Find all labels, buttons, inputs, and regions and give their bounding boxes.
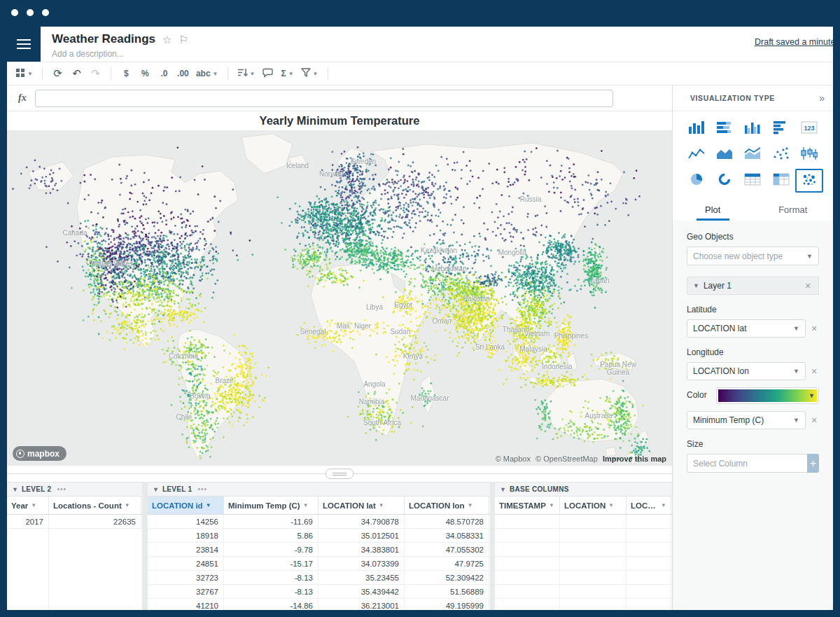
table-cell[interactable]: -8.13 (224, 571, 318, 584)
panel-resize-handle[interactable] (326, 469, 354, 479)
table-cell[interactable]: 36.213001 (318, 599, 405, 610)
column-header[interactable]: LOCATION lon▼ (405, 497, 489, 514)
table-cell[interactable]: 48.570728 (405, 515, 489, 528)
table-cell[interactable] (626, 599, 671, 610)
filter-button[interactable]: ▼ (298, 65, 321, 82)
increase-decimal-button[interactable]: .00 (174, 65, 192, 82)
table-cell[interactable]: -9.78 (224, 543, 318, 556)
column-header[interactable]: Locations - Count▼ (49, 497, 141, 514)
table-cell[interactable] (626, 529, 671, 542)
table-cell[interactable] (560, 543, 626, 556)
table-cell[interactable] (626, 571, 671, 584)
table-cell[interactable]: 34.383801 (318, 543, 405, 556)
table-cell[interactable] (626, 557, 671, 570)
table-cell[interactable]: -14.86 (224, 599, 318, 610)
table-cell[interactable]: -11.69 (224, 515, 318, 528)
refresh-button[interactable]: ⟳ (49, 65, 66, 82)
color-scale-select[interactable]: ▼ (716, 387, 819, 404)
table-menu-icon[interactable]: ••• (57, 485, 66, 493)
table-cell[interactable]: -8.13 (224, 585, 318, 598)
description-placeholder[interactable]: Add a description... (52, 49, 124, 59)
table-cell[interactable]: 32767 (148, 585, 224, 598)
table-cell[interactable] (560, 515, 626, 528)
column-header[interactable]: Year▼ (7, 497, 49, 514)
table-cell[interactable] (495, 529, 560, 542)
aggregate-button[interactable]: Σ▼ (278, 65, 296, 82)
table-cell[interactable]: 41210 (148, 599, 224, 610)
viz-type-scatter-plot[interactable] (767, 143, 795, 167)
table-cell[interactable]: 22635 (49, 515, 141, 528)
comment-button[interactable] (259, 65, 276, 82)
chevron-down-icon[interactable]: ▼ (693, 282, 699, 289)
table-cell[interactable] (626, 585, 671, 598)
table-cell[interactable]: 49.195999 (405, 599, 489, 610)
viz-type-box-plot[interactable] (795, 143, 823, 167)
table-cell[interactable]: 18918 (148, 529, 224, 542)
table-cell[interactable]: 47.055302 (405, 543, 489, 556)
window-control-dot[interactable] (11, 9, 18, 16)
viz-type-combo-chart[interactable] (738, 143, 766, 167)
table-cell[interactable] (626, 543, 671, 556)
table-cell[interactable]: 23814 (148, 543, 224, 556)
add-size-column-button[interactable]: + (807, 454, 819, 473)
layer-1-header[interactable]: ▼ Layer 1 ✕ (687, 277, 819, 295)
column-header[interactable]: LOCATION id▼ (148, 497, 224, 514)
table-cell[interactable]: 35.012501 (318, 529, 405, 542)
page-title[interactable]: Weather Readings (52, 32, 155, 46)
table-cell[interactable] (560, 557, 626, 570)
collapse-table-icon[interactable]: ▼ (500, 486, 506, 493)
table-cell[interactable] (560, 599, 626, 610)
mapbox-attribution-link[interactable]: © Mapbox (496, 455, 531, 463)
table-cell[interactable]: 32723 (148, 571, 224, 584)
table-cell[interactable]: 51.56889 (405, 585, 489, 598)
viz-type-pie-chart[interactable] (682, 169, 710, 193)
longitude-field[interactable]: LOCATION lon ▼ (687, 362, 806, 380)
draft-status-link[interactable]: Draft saved a minute ago (755, 37, 833, 47)
table-cell[interactable] (495, 599, 560, 610)
remove-layer-button[interactable]: ✕ (803, 282, 813, 291)
column-header[interactable]: LOCATION lat▼ (318, 497, 405, 514)
format-currency-button[interactable]: $ (118, 65, 135, 82)
table-cell[interactable]: 34.058331 (405, 529, 489, 542)
table-cell[interactable]: 35.439442 (318, 585, 405, 598)
flag-icon[interactable]: ⚐ (178, 34, 188, 45)
table-cell[interactable] (626, 515, 671, 528)
clear-latitude-button[interactable]: ✕ (809, 324, 819, 333)
viz-type-area-chart[interactable] (710, 143, 738, 167)
table-cell[interactable]: 34.790878 (318, 515, 405, 528)
table-menu-icon[interactable]: ••• (197, 485, 207, 493)
viz-type-stacked-bar-chart[interactable] (710, 117, 738, 141)
tab-plot[interactable]: Plot (673, 198, 753, 221)
latitude-field[interactable]: LOCATION lat ▼ (687, 319, 806, 338)
table-cell[interactable]: 24851 (148, 557, 224, 570)
collapse-panel-icon[interactable]: » (819, 92, 825, 104)
column-header[interactable]: Minimum Temp (C)▼ (224, 497, 318, 514)
column-header[interactable]: LOCATION▼ (626, 497, 671, 514)
geo-object-type-select[interactable]: Choose new object type ▼ (687, 247, 819, 265)
table-cell[interactable]: 34.073399 (318, 557, 405, 570)
viz-type-map[interactable] (795, 169, 823, 193)
size-column-input[interactable] (687, 454, 807, 473)
collapse-table-icon[interactable]: ▼ (12, 486, 18, 493)
viz-type-horizontal-bar-chart[interactable] (767, 117, 795, 141)
table-cell[interactable] (560, 529, 626, 542)
table-cell[interactable]: 35.23455 (318, 571, 405, 584)
sort-button[interactable]: ▼ (234, 65, 258, 82)
map-visualization[interactable]: IcelandNorwaySwedenRussiaCanadaUnited St… (7, 130, 672, 466)
table-cell[interactable]: 5.86 (224, 529, 318, 542)
viz-type-line-chart[interactable] (682, 143, 710, 167)
table-cell[interactable] (560, 585, 626, 598)
viz-type-table[interactable] (738, 169, 766, 193)
table-cell[interactable] (495, 585, 560, 598)
clear-color-button[interactable]: ✕ (809, 416, 819, 425)
viz-type-bar-chart[interactable] (682, 117, 710, 141)
improve-map-link[interactable]: Improve this map (603, 455, 666, 463)
viz-type-donut-chart[interactable] (710, 169, 738, 193)
redo-button[interactable]: ↷ (87, 65, 104, 82)
decrease-decimal-button[interactable]: .0 (155, 65, 173, 82)
favorite-star-icon[interactable]: ☆ (162, 34, 172, 45)
format-text-button[interactable]: abc▼ (193, 65, 221, 82)
tab-format[interactable]: Format (753, 198, 834, 221)
table-cell[interactable]: 52.309422 (405, 571, 489, 584)
viz-type-single-value[interactable]: 123 (795, 117, 823, 141)
